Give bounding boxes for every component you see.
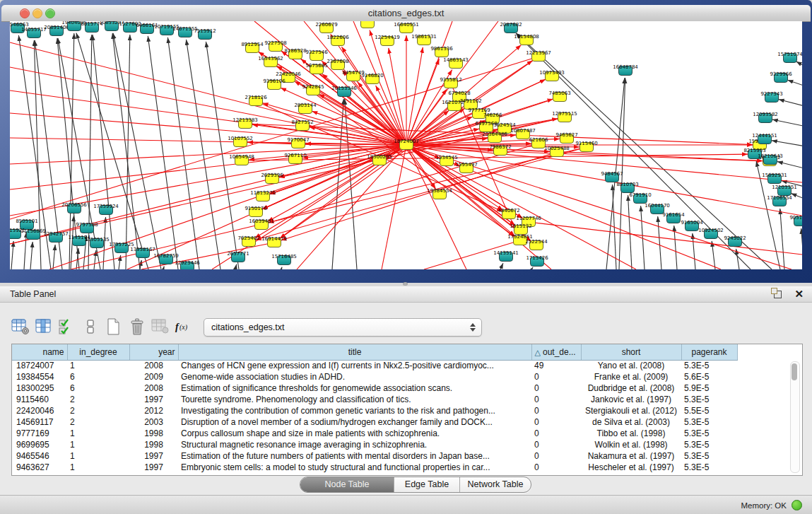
graph-node[interactable]: 10654948	[235, 156, 249, 165]
graph-node[interactable]: 10924502	[704, 229, 718, 239]
graph-node[interactable]: 14863143	[449, 59, 463, 69]
graph-node[interactable]: 9267110	[288, 154, 302, 164]
graph-node[interactable]: 15716485	[277, 255, 291, 265]
graph-node[interactable]: 1527602	[123, 23, 137, 33]
graph-node[interactable]: 9227343	[765, 93, 779, 103]
graph-node[interactable]: 10653287	[105, 21, 119, 31]
close-icon[interactable]: ✕	[794, 286, 804, 302]
table-row[interactable]: 977716911998Corpus callosum shape and si…	[12, 428, 737, 439]
column-header[interactable]: short	[581, 344, 681, 360]
graph-node[interactable]: 1595497	[459, 163, 473, 173]
graph-node[interactable]: 19404095	[67, 21, 81, 31]
graph-node[interactable]: 9165004	[685, 221, 699, 231]
graph-node[interactable]: 9115460	[579, 142, 594, 152]
graph-node[interactable]: 2803144	[298, 104, 312, 114]
float-window-icon[interactable]	[774, 291, 782, 298]
graph-node[interactable]: 16543962	[264, 57, 278, 67]
column-header[interactable]: year	[129, 344, 178, 360]
graph-node[interactable]: 9227508	[269, 42, 283, 52]
graph-node[interactable]: 12942757	[49, 233, 63, 243]
network-window-titlebar[interactable]: citations_edges.txt	[1, 5, 811, 22]
graph-node[interactable]: 19384554	[433, 189, 447, 199]
function-builder-button[interactable]: f(x)	[173, 317, 194, 338]
graph-node[interactable]: 17359924	[99, 205, 113, 215]
graph-node[interactable]: 6791910	[633, 194, 647, 204]
graph-node[interactable]: 9396106	[267, 80, 281, 90]
graph-node[interactable]: 20891406	[49, 26, 64, 36]
graph-node[interactable]: 8454749	[346, 71, 360, 81]
graph-node[interactable]: 1615132	[514, 225, 528, 235]
scrollbar-thumb[interactable]	[792, 363, 797, 380]
graph-node[interactable]: 8186328	[288, 49, 302, 59]
graph-node[interactable]: 20153346	[337, 87, 351, 97]
graph-node[interactable]: 12923446	[180, 262, 194, 269]
graph-node[interactable]: 15692931	[767, 174, 782, 184]
graph-node[interactable]: 6466161	[140, 24, 154, 34]
tab-network-table[interactable]: Network Table	[460, 477, 531, 492]
graph-node[interactable]: 14055717	[27, 28, 41, 38]
column-header[interactable]: name	[12, 344, 67, 360]
graph-node[interactable]: 9797588	[80, 223, 94, 233]
graph-node[interactable]: 9150176	[249, 207, 263, 217]
graph-node[interactable]: 10025488	[550, 147, 564, 157]
graph-node[interactable]: 1534545	[440, 156, 454, 166]
table-settings-button[interactable]	[10, 317, 31, 338]
vertical-scrollbar[interactable]	[790, 361, 800, 473]
graph-node[interactable]: 10719155	[160, 25, 174, 35]
network-view-canvas[interactable]: 1872400789129549227508818632893275461654…	[10, 21, 802, 269]
graph-node[interactable]: 2718126	[249, 96, 263, 106]
graph-node[interactable]: 15751074	[783, 53, 797, 63]
graph-node[interactable]: 18724007	[399, 140, 413, 150]
graph-node[interactable]: 2522544	[529, 240, 543, 250]
memory-status-light[interactable]	[792, 500, 802, 510]
graph-node[interactable]: 12213967	[531, 52, 546, 62]
graph-node[interactable]: 9327546	[310, 51, 324, 61]
graph-node[interactable]: 11813270	[256, 192, 270, 201]
table-row[interactable]: 946362711997Embryonic stem cells: a mode…	[12, 462, 737, 473]
row-selection-button[interactable]	[57, 317, 78, 338]
graph-node[interactable]: 6497568	[479, 122, 493, 132]
graph-node[interactable]: 10973493	[545, 71, 559, 81]
graph-node[interactable]: 20206556	[67, 204, 81, 214]
graph-node[interactable]: 7986372	[493, 146, 507, 156]
graph-node[interactable]: 12213383	[238, 119, 252, 129]
graph-node[interactable]: 9463627	[560, 134, 574, 144]
graph-node[interactable]: 19861331	[417, 35, 431, 45]
graph-node[interactable]: 7515912	[198, 30, 212, 40]
graph-node[interactable]: 17957225	[114, 243, 129, 253]
graph-node[interactable]: 5675685	[310, 64, 324, 74]
graph-node[interactable]: 8427552	[295, 121, 310, 131]
graph-node[interactable]: 20364486	[488, 133, 502, 143]
graph-node[interactable]: 2657771	[231, 252, 245, 262]
graph-node[interactable]: 9170047	[291, 139, 305, 148]
graph-node[interactable]: 7485063	[553, 92, 567, 102]
panel-resize-handle[interactable]	[403, 282, 408, 286]
graph-node[interactable]: 9146820	[365, 74, 379, 84]
graph-node[interactable]: 16640951	[399, 23, 413, 33]
graph-node[interactable]: 4840672	[502, 209, 516, 219]
graph-node[interactable]: 9355812	[444, 78, 458, 88]
tab-node-table[interactable]: Node Table	[300, 477, 394, 492]
table-row[interactable]: 1938455462009Genome-wide association stu…	[12, 371, 737, 382]
graph-node[interactable]: 16782759	[159, 255, 173, 264]
graph-node[interactable]: 2629396	[265, 174, 279, 184]
graph-node[interactable]: 8810703	[620, 183, 635, 193]
graph-node[interactable]: 16039481	[254, 220, 269, 230]
graph-node[interactable]: 9161654	[666, 214, 681, 223]
import-table-button[interactable]	[150, 317, 171, 338]
graph-node[interactable]: 12093582	[758, 113, 772, 123]
column-header[interactable]: title	[178, 344, 531, 360]
column-header[interactable]: in_degree	[67, 344, 129, 360]
graph-node[interactable]: 8912954	[245, 43, 259, 53]
column-visibility-button[interactable]	[33, 317, 54, 338]
graph-node[interactable]: 10107552	[233, 137, 247, 147]
graph-node[interactable]: 1822606	[331, 36, 345, 46]
graph-node[interactable]: 13505135	[90, 238, 104, 248]
table-select-dropdown[interactable]: citations_edges.txt	[204, 318, 482, 337]
graph-node[interactable]: 18300295	[372, 156, 387, 165]
graph-node[interactable]: 12254419	[380, 36, 394, 46]
table-row[interactable]: 2242004622012Investigating the contribut…	[12, 405, 737, 416]
tab-edge-table[interactable]: Edge Table	[394, 477, 460, 492]
graph-node[interactable]: 12975115	[558, 112, 572, 122]
graph-node[interactable]: 9245022	[728, 237, 742, 247]
